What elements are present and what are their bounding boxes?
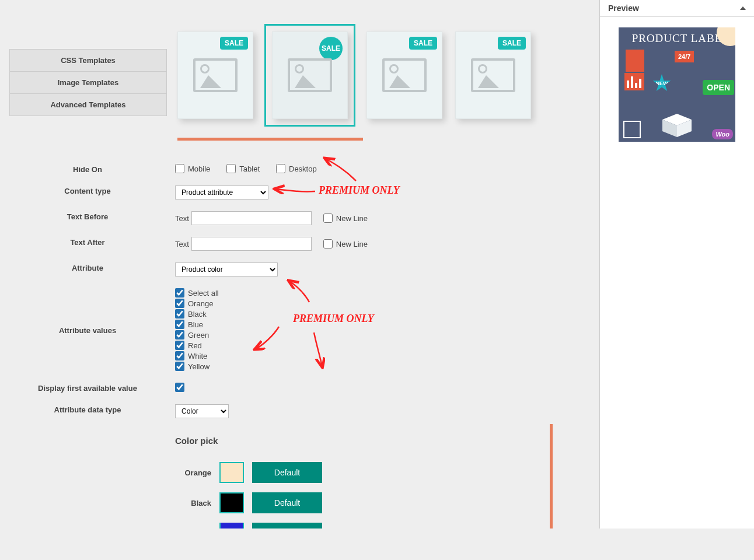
template-card[interactable]: SALE [366, 32, 442, 119]
collapse-icon[interactable] [740, 6, 746, 10]
rocket-icon [623, 121, 641, 138]
content-type-select[interactable]: Product attribute [175, 186, 268, 200]
preview-title: Preview [608, 4, 639, 13]
preview-image: PRODUCT LABE 24/7 NEW OPEN Woo [619, 27, 735, 142]
attr-value-label: Yellow [188, 362, 210, 371]
hide-on-mobile-label: Mobile [188, 164, 210, 173]
label-hide-on: Hide On [0, 164, 175, 174]
hide-on-desktop-checkbox[interactable] [276, 164, 285, 173]
color-pick-title: Color pick [175, 436, 526, 446]
label-attribute: Attribute [0, 262, 175, 272]
new-star-icon: NEW [652, 74, 671, 93]
woo-badge: Woo [712, 129, 733, 139]
tag-icon [626, 50, 644, 72]
image-placeholder-icon [471, 58, 515, 92]
attribute-select[interactable]: Product color [175, 262, 278, 276]
attr-value-label: Red [188, 341, 202, 350]
tab-image-templates[interactable]: Image Templates [9, 71, 167, 94]
image-placeholder-icon [193, 58, 238, 92]
text-before-prefix: Text [175, 214, 189, 223]
template-card[interactable]: SALE [455, 32, 531, 119]
badge-247: 24/7 [675, 51, 694, 62]
color-label-orange: Orange [175, 468, 219, 477]
newline-label: New Line [336, 240, 368, 249]
select-all-checkbox[interactable] [175, 288, 184, 298]
text-after-input[interactable] [191, 237, 312, 251]
text-after-prefix: Text [175, 240, 189, 249]
attr-black-checkbox[interactable] [175, 309, 184, 318]
hide-on-tablet-checkbox[interactable] [226, 164, 236, 173]
chart-icon [624, 73, 644, 90]
hide-on-tablet-label: Tablet [239, 164, 260, 173]
box-icon [657, 108, 697, 137]
label-attr-data-type: Attribute data type [0, 404, 175, 414]
template-tabs: CSS Templates Image Templates Advanced T… [9, 49, 167, 116]
label-content-type: Content type [0, 186, 175, 195]
image-placeholder-icon [288, 58, 332, 92]
template-card-selected[interactable]: SALE [272, 32, 348, 119]
sale-badge: SALE [409, 37, 437, 50]
label-text-after: Text After [0, 237, 175, 247]
attr-data-type-select[interactable]: Color [175, 404, 229, 418]
hide-on-desktop-label: Desktop [289, 164, 317, 173]
attr-value-label: Blue [188, 320, 203, 329]
color-swatch[interactable] [219, 462, 244, 483]
select-all-label: Select all [188, 289, 219, 298]
sale-badge: SALE [220, 37, 248, 50]
attr-green-checkbox[interactable] [175, 330, 184, 340]
attr-yellow-checkbox[interactable] [175, 362, 184, 371]
default-button[interactable]: Default [252, 492, 322, 513]
open-badge: OPEN [703, 80, 734, 95]
sale-badge: SALE [498, 37, 526, 50]
attr-blue-checkbox[interactable] [175, 320, 184, 329]
label-display-first: Display first available value [0, 383, 175, 393]
color-label-black: Black [175, 499, 219, 508]
attr-value-label: Green [188, 331, 209, 340]
attr-white-checkbox[interactable] [175, 351, 184, 360]
color-swatch[interactable] [219, 523, 244, 528]
text-before-newline-checkbox[interactable] [323, 214, 333, 223]
attr-red-checkbox[interactable] [175, 341, 184, 350]
sale-badge: SALE [319, 37, 343, 60]
template-card[interactable]: SALE [177, 32, 253, 119]
default-button[interactable] [252, 523, 322, 528]
display-first-checkbox[interactable] [175, 383, 184, 392]
template-cards: SALE SALE SALE SALE [177, 0, 576, 119]
tab-advanced-templates[interactable]: Advanced Templates [9, 93, 167, 116]
attr-orange-checkbox[interactable] [175, 299, 184, 308]
newline-label: New Line [336, 214, 368, 223]
color-pick-section: Color pick Orange Default Black Default [175, 424, 553, 528]
hide-on-mobile-checkbox[interactable] [175, 164, 184, 173]
image-placeholder-icon [382, 58, 427, 92]
preview-panel: Preview PRODUCT LABE 24/7 NEW OPEN Woo [599, 0, 754, 528]
attr-value-label: White [188, 352, 207, 360]
tab-css-templates[interactable]: CSS Templates [9, 49, 167, 72]
text-before-input[interactable] [191, 211, 312, 225]
label-attribute-values: Attribute values [0, 325, 175, 335]
attr-value-label: Orange [188, 299, 213, 308]
color-swatch[interactable] [219, 492, 244, 513]
label-text-before: Text Before [0, 211, 175, 221]
attr-value-label: Black [188, 310, 207, 318]
accent-bar [177, 138, 363, 141]
text-after-newline-checkbox[interactable] [323, 239, 333, 249]
default-button[interactable]: Default [252, 462, 322, 483]
